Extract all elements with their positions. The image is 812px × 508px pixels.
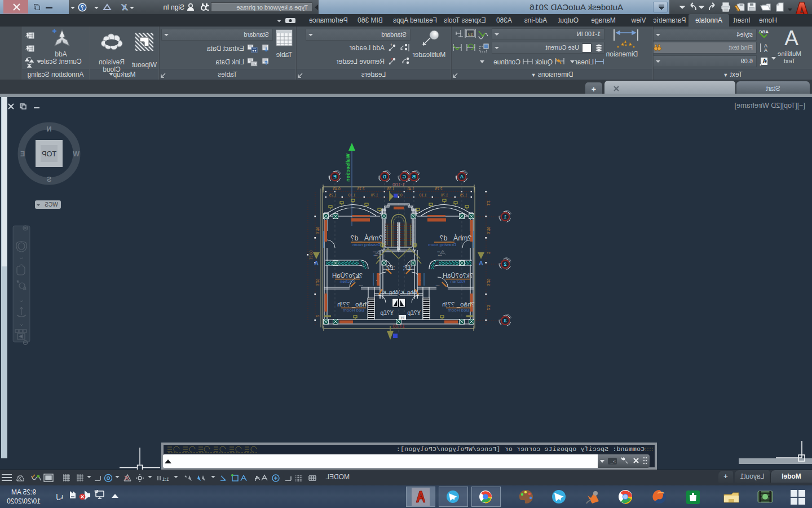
svg-text:••••: ••••: [359, 284, 363, 287]
svg-text:)ôhg_Ƙ: )ôhg_Ƙ: [382, 289, 400, 295]
svg-text:2.5: 2.5: [487, 305, 491, 310]
svg-text:••••: ••••: [438, 253, 442, 257]
svg-text:?mhÁ _d?: ?mhÁ _d?: [439, 234, 471, 242]
svg-text:••••: ••••: [435, 284, 439, 287]
svg-text:1.70: 1.70: [440, 193, 448, 197]
svg-text:?hâo_ ??!h: ?hâo_ ??!h: [337, 301, 370, 308]
svg-text:••••: ••••: [373, 253, 377, 257]
svg-text:?mhÁ _d?: ?mhÁ _d?: [350, 234, 382, 242]
svg-text:1.35: 1.35: [387, 187, 394, 191]
svg-text::£?;: :£?;: [403, 265, 413, 271]
svg-text:74: 74: [400, 316, 404, 319]
svg-text:?k?o?ÛaH: ?k?o?ÛaH: [443, 272, 473, 279]
svg-text:5: 5: [487, 252, 491, 254]
svg-text:1.25: 1.25: [460, 193, 467, 197]
svg-text:2.75: 2.75: [435, 187, 442, 191]
svg-text:?k?o?ÛaH: ?k?o?ÛaH: [332, 272, 363, 279]
svg-text:Kitchen: Kitchen: [340, 279, 355, 284]
svg-text:Wallsection: Wallsection: [345, 154, 351, 182]
svg-text:13: 13: [468, 32, 473, 37]
svg-text:3: 3: [504, 318, 506, 323]
svg-text:12.00: 12.00: [309, 250, 313, 260]
svg-text:?: ?: [81, 5, 84, 11]
svg-text:Bed Room: Bed Room: [448, 308, 469, 313]
svg-text:2.75: 2.75: [357, 187, 364, 191]
svg-text:3.20: 3.20: [316, 278, 320, 286]
svg-text:Kitchen: Kitchen: [451, 279, 466, 284]
svg-text:A: A: [479, 260, 483, 266]
svg-text:?hâo_ ??!h: ?hâo_ ??!h: [442, 301, 475, 308]
svg-text:1-100: 1-100: [392, 182, 405, 187]
svg-text:Sign In: Sign In: [164, 3, 184, 11]
svg-text:1.25: 1.25: [329, 193, 336, 197]
svg-text:)ôhg_Ƙ: )ôhg_Ƙ: [400, 289, 418, 295]
svg-text:เل: เل: [56, 493, 63, 501]
svg-text:1.41: 1.41: [407, 187, 414, 191]
svg-text:1.70: 1.70: [370, 193, 378, 197]
svg-text:Drawing room: Drawing room: [428, 242, 456, 247]
svg-text:X: X: [121, 2, 128, 12]
svg-text:Bed Room: Bed Room: [343, 308, 364, 313]
svg-text:3.50: 3.50: [487, 226, 491, 234]
svg-text:>_: >_: [610, 459, 616, 464]
svg-text:Drawing room: Drawing room: [352, 242, 381, 247]
svg-text:¥?£p: ¥?£p: [380, 309, 394, 316]
svg-text:2: 2: [504, 261, 506, 267]
svg-text:0.43: 0.43: [333, 187, 340, 191]
svg-text:3.50: 3.50: [316, 226, 320, 234]
svg-text:A: A: [314, 260, 319, 266]
svg-text:1.2: 1.2: [487, 200, 491, 205]
svg-text:3.20: 3.20: [487, 278, 491, 286]
svg-text:1.10: 1.10: [419, 193, 426, 197]
svg-text:A: A: [764, 47, 767, 52]
svg-text:1: 1: [504, 214, 506, 220]
svg-text:¥?£p: ¥?£p: [407, 309, 421, 316]
svg-text:1:1: 1:1: [162, 476, 169, 482]
svg-text:2: 2: [316, 315, 320, 317]
svg-text::£?;: :£?;: [386, 265, 395, 271]
svg-text:+: +: [390, 43, 392, 47]
